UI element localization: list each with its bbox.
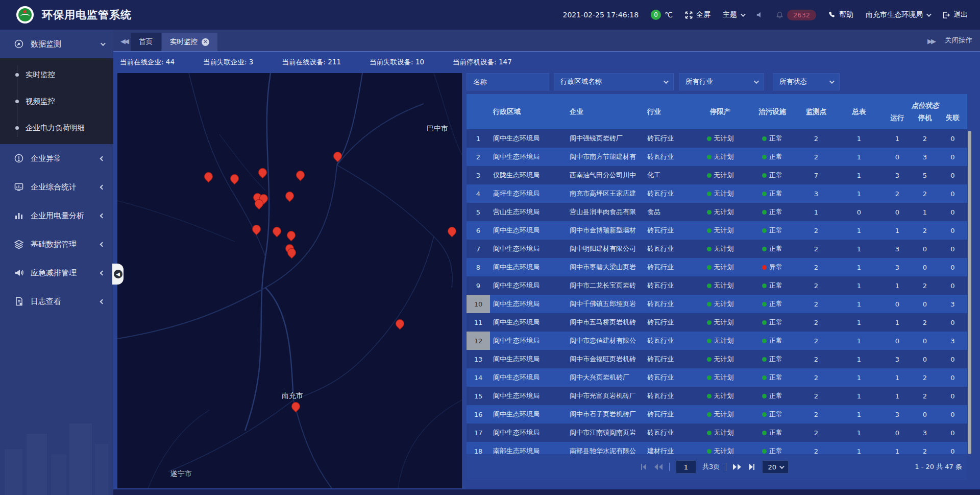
industry-filter-select[interactable]: 所有行业: [679, 73, 764, 90]
sidebar-group-企业用电量分析[interactable]: 企业用电量分析: [0, 201, 113, 230]
table-row[interactable]: 18南部生态环境局南部县驰华水泥有限公建材行业无计划正常21120: [467, 442, 967, 454]
sidebar-item-企业电力负荷明细[interactable]: 企业电力负荷明细: [0, 114, 113, 141]
sidebar-collapse-button[interactable]: ◀: [112, 264, 124, 285]
column-header-停机[interactable]: 停机: [912, 113, 938, 123]
run-count-cell: 1: [883, 221, 912, 240]
row-number-cell: 12: [467, 332, 490, 350]
column-header-企业[interactable]: 企业: [567, 94, 644, 129]
table-row[interactable]: 1阆中生态环境局阆中强锐页岩砖厂砖瓦行业无计划正常21120: [467, 129, 967, 148]
pagination-bar: 共3页 20 1 - 20 共 47 条: [467, 454, 967, 480]
column-header-停限产[interactable]: 停限产: [693, 94, 747, 129]
table-row[interactable]: 13阆中生态环境局阆中市金福旺页岩机砖砖瓦行业无计划正常21300: [467, 350, 967, 368]
stop-limit-status-label: 无计划: [714, 336, 734, 345]
table-row[interactable]: 8阆中生态环境局阆中市枣碧大梁山页岩砖瓦行业无计划异常21300: [467, 258, 967, 276]
last-page-button[interactable]: [748, 463, 756, 470]
mute-button[interactable]: [756, 11, 764, 18]
name-filter-input[interactable]: [467, 73, 549, 90]
page-number-input[interactable]: [676, 460, 696, 474]
table-row[interactable]: 9阆中生态环境局阆中市二龙长宝页岩砖砖瓦行业无计划正常21120: [467, 276, 967, 295]
submenu-bullet-icon: [14, 99, 20, 104]
tabs-scroll-right-button[interactable]: ▶▶: [924, 37, 938, 45]
table-row[interactable]: 11阆中生态环境局阆中市五马桥页岩机砖砖瓦行业无计划正常21120: [467, 313, 967, 332]
down-count-cell: 5: [912, 166, 938, 184]
sidebar-group-数据监测[interactable]: 数据监测: [0, 30, 113, 58]
sidebar-group-应急减排管理[interactable]: 应急减排管理: [0, 258, 113, 287]
table-row[interactable]: 16阆中生态环境局阆中市石子页岩机砖厂砖瓦行业无计划正常21300: [467, 405, 967, 423]
column-header-监测点[interactable]: 监测点: [797, 94, 835, 129]
table-row[interactable]: 5营山生态环境局营山县润丰肉食品有限食品无计划正常10010: [467, 203, 967, 221]
stop-limit-status-label: 无计划: [714, 134, 734, 143]
tab-实时监控[interactable]: 实时监控✕: [162, 33, 217, 51]
down-count-cell: 0: [912, 240, 938, 258]
sidebar-item-实时监控[interactable]: 实时监控: [0, 61, 113, 88]
page-size-select[interactable]: 20: [762, 460, 789, 474]
region-cell: 阆中生态环境局: [490, 295, 567, 313]
column-header-行政区域[interactable]: 行政区域: [490, 94, 567, 129]
table-row[interactable]: 7阆中生态环境局阆中明阳建材有限公司砖瓦行业无计划正常21300: [467, 240, 967, 258]
table-row[interactable]: 10阆中生态环境局阆中千佛镇五郎垭页岩砖瓦行业无计划正常21003: [467, 295, 967, 313]
theme-dropdown[interactable]: 主题: [723, 10, 744, 19]
row-number-cell: 16: [467, 405, 490, 423]
previous-page-button[interactable]: [654, 463, 663, 470]
status-filter-value: 所有状态: [779, 77, 807, 86]
column-header-失联[interactable]: 失联: [938, 113, 967, 123]
region-filter-select[interactable]: 行政区域名称: [554, 73, 674, 90]
region-cell: 南部生态环境局: [490, 442, 567, 454]
sidebar-item-视频监控[interactable]: 视频监控: [0, 88, 113, 114]
total-meter-cell: 1: [835, 405, 883, 423]
table-row[interactable]: 17阆中生态环境局阆中市江南镇阆南页岩砖瓦行业无计划正常21030: [467, 423, 967, 442]
close-operations-button[interactable]: 关闭操作: [945, 36, 972, 45]
org-dropdown[interactable]: 南充市生态环境局: [866, 10, 930, 19]
region-cell: 阆中生态环境局: [490, 221, 567, 240]
table-row[interactable]: 6阆中生态环境局阆中市金博瑞新型墙材砖瓦行业无计划正常21120: [467, 221, 967, 240]
run-count-cell: 1: [883, 368, 912, 387]
name-filter-field[interactable]: [473, 78, 543, 86]
row-number-cell: 10: [467, 295, 490, 313]
table-row[interactable]: 3仪陇生态环境局西南油气田分公司川中化工无计划正常71350: [467, 166, 967, 184]
treatment-status-label: 异常: [769, 263, 782, 272]
sidebar-group-日志查看[interactable]: 日志查看: [0, 287, 113, 316]
column-header-治污设施[interactable]: 治污设施: [747, 94, 797, 129]
column-header-运行[interactable]: 运行: [883, 113, 912, 123]
table-row[interactable]: 12阆中生态环境局阆中市忠信建材有限公砖瓦行业无计划正常21003: [467, 332, 967, 350]
column-header-行业[interactable]: 行业: [644, 94, 693, 129]
logout-button[interactable]: 退出: [942, 10, 968, 19]
tab-首页[interactable]: 首页: [131, 33, 161, 51]
submenu-bullet-icon: [14, 72, 20, 78]
sidebar-group-企业综合统计[interactable]: 企业综合统计: [0, 173, 113, 201]
table-header: 行政区域企业行业停限产治污设施监测点总表点位状态运行停机失联: [467, 94, 967, 129]
sidebar-group-企业异常[interactable]: 企业异常: [0, 144, 113, 173]
company-cell: 阆中强锐页岩砖厂: [567, 129, 644, 148]
app-title: 环保用电监管系统: [42, 8, 132, 22]
lost-count-cell: 0: [938, 203, 967, 221]
row-number-cell: 8: [467, 258, 490, 276]
lost-count-cell: 3: [938, 295, 967, 313]
help-button[interactable]: 帮助: [828, 10, 853, 19]
company-cell: 阆中市石子页岩机砖厂: [567, 405, 644, 423]
treatment-status-label: 正常: [769, 171, 782, 180]
notifications[interactable]: 2632: [776, 10, 816, 20]
status-dot-icon: [707, 394, 712, 398]
industry-cell: 砖瓦行业: [644, 276, 693, 295]
map-panel[interactable]: 巴中市南充市遂宁市: [117, 73, 462, 488]
lost-count-cell: 0: [938, 166, 967, 184]
column-group-point-status: 点位状态运行停机失联: [883, 94, 967, 129]
table-row[interactable]: 4高坪生态环境局南充市高坪区王家店建砖瓦行业无计划正常31220: [467, 184, 967, 203]
monitor-count-cell: 2: [797, 405, 835, 423]
tabs-scroll-left-button[interactable]: ◀◀: [117, 37, 131, 45]
first-page-button[interactable]: [640, 463, 648, 470]
fullscreen-button[interactable]: 全屏: [685, 10, 710, 19]
tab-close-icon[interactable]: ✕: [202, 38, 209, 46]
status-filter-select[interactable]: 所有状态: [773, 73, 840, 90]
next-page-button[interactable]: [732, 463, 742, 470]
down-count-cell: 0: [912, 295, 938, 313]
treatment-status-cell: 正常: [747, 166, 797, 184]
column-header-总表[interactable]: 总表: [835, 94, 883, 129]
table-scrollbar[interactable]: [968, 131, 971, 454]
table-row[interactable]: 14阆中生态环境局阆中大兴页岩机砖厂砖瓦行业无计划正常21120: [467, 368, 967, 387]
chevron-down-icon: [926, 12, 932, 17]
table-row[interactable]: 2阆中生态环境局阆中市南方节能建材有砖瓦行业无计划正常21030: [467, 148, 967, 166]
bell-icon: [776, 11, 783, 19]
sidebar-group-基础数据管理[interactable]: 基础数据管理: [0, 230, 113, 258]
table-row[interactable]: 15阆中生态环境局阆中市光富页岩机砖厂砖瓦行业无计划正常21120: [467, 387, 967, 405]
